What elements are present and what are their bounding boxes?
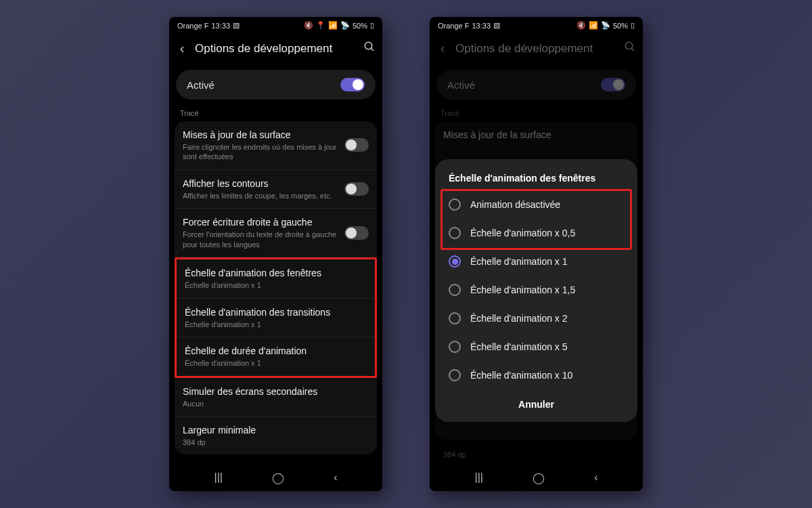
wifi-icon: 📶 <box>589 21 598 30</box>
radio-icon <box>449 369 461 381</box>
section-header: Tracé <box>430 109 643 121</box>
row-label: Échelle d'animation des transitions <box>185 306 367 318</box>
svg-point-0 <box>365 42 372 49</box>
row-surface-updates[interactable]: Mises à jour de la surface Faire clignot… <box>175 121 377 170</box>
radio-label: Échelle d'animation x 2 <box>470 313 568 324</box>
radio-icon <box>449 284 461 296</box>
row-smallest-width[interactable]: Largeur minimale 384 dp <box>175 417 377 454</box>
mute-icon: 🔇 <box>304 21 313 30</box>
settings-card: Mises à jour de la surface Faire clignot… <box>175 121 377 454</box>
radio-option-3[interactable]: Échelle d'animation x 1,5 <box>441 276 632 304</box>
signal-icon: 📡 <box>340 21 350 30</box>
row-label: Mises à jour de la surface <box>183 129 339 141</box>
row-sub: Forcer l'orientation du texte de droite … <box>183 230 339 249</box>
row-window-anim-scale[interactable]: Échelle d'animation des fenêtres Échelle… <box>177 259 375 298</box>
row-label: Forcer écriture droite à gauche <box>183 216 339 228</box>
nav-home-icon[interactable]: ◯ <box>533 471 545 484</box>
row-sub: Aucun <box>183 399 369 408</box>
master-toggle <box>601 78 625 91</box>
radio-label: Animation désactivée <box>470 199 560 210</box>
battery-icon: ▯ <box>370 21 374 30</box>
radio-label: Échelle d'animation x 5 <box>470 341 568 352</box>
status-icons: 🔇 📶 📡 50% ▯ <box>577 21 635 30</box>
toggle-rtl[interactable] <box>344 226 369 240</box>
master-toggle-row: Activé <box>436 70 636 100</box>
carrier-label: Orange F <box>438 22 469 30</box>
row-sub: Échelle d'animation x 1 <box>185 320 367 329</box>
nav-back-icon[interactable]: ‹ <box>594 471 597 484</box>
master-toggle-label: Activé <box>187 79 215 91</box>
status-time: 13:33 <box>211 22 230 30</box>
row-simulate-displays[interactable]: Simuler des écrans secondaires Aucun <box>175 378 377 417</box>
mute-icon: 🔇 <box>577 21 586 30</box>
master-toggle-row[interactable]: Activé <box>176 70 376 100</box>
row-label: Mises à jour de la surface <box>443 129 629 141</box>
radio-option-4[interactable]: Échelle d'animation x 2 <box>441 304 632 333</box>
radio-option-5[interactable]: Échelle d'animation x 5 <box>441 333 632 361</box>
row-transition-anim-scale[interactable]: Échelle d'animation des transitions Éche… <box>177 299 375 337</box>
image-icon: ▧ <box>233 21 240 30</box>
phone-screenshot-1: Orange F 13:33 ▧ 🔇 📍 📶 📡 50% ▯ ‹ Options… <box>169 17 382 491</box>
svg-line-3 <box>631 48 634 51</box>
radio-icon <box>449 312 461 324</box>
status-bar: Orange F 13:33 ▧ 🔇 📶 📡 50% ▯ <box>430 17 643 31</box>
nav-back-icon[interactable]: ‹ <box>334 471 337 484</box>
animation-scale-dialog: Échelle d'animation des fenêtres Animati… <box>435 159 637 422</box>
row-label: Échelle de durée d'animation <box>185 345 367 357</box>
row-animator-duration-scale[interactable]: Échelle de durée d'animation Échelle d'a… <box>177 337 375 375</box>
search-icon[interactable] <box>363 41 376 56</box>
row-sub: Afficher les limites de coupe, les marge… <box>183 191 339 200</box>
svg-line-1 <box>371 48 374 51</box>
back-icon: ‹ <box>436 41 449 56</box>
toggle-bounds[interactable] <box>344 182 369 196</box>
row-label: Afficher les contours <box>183 177 339 190</box>
row-sub: Échelle d'animation x 1 <box>185 280 367 290</box>
battery-label: 50% <box>353 22 367 30</box>
section-header: Tracé <box>169 109 382 121</box>
toggle-surface[interactable] <box>344 138 369 152</box>
back-icon[interactable]: ‹ <box>176 41 188 56</box>
row-sub: Faire clignoter les endroits où des mise… <box>183 142 339 162</box>
row-sub: Échelle d'animation x 1 <box>185 358 367 368</box>
nav-recents-icon[interactable]: ||| <box>215 471 223 484</box>
radio-icon <box>449 255 461 268</box>
radio-label: Échelle d'animation x 0,5 <box>470 228 575 238</box>
location-icon: 📍 <box>316 21 325 30</box>
page-title: Options de développement <box>195 42 357 56</box>
nav-recents-icon[interactable]: ||| <box>475 471 483 484</box>
row-label: Échelle d'animation des fenêtres <box>185 267 367 279</box>
nav-bar: ||| ◯ ‹ <box>169 464 382 491</box>
page-title: Options de développement <box>455 42 617 56</box>
radio-option-1[interactable]: Échelle d'animation x 0,5 <box>441 219 632 247</box>
svg-point-2 <box>625 42 633 49</box>
radio-option-0[interactable]: Animation désactivée <box>441 190 632 219</box>
status-time: 13:33 <box>472 22 491 30</box>
nav-home-icon[interactable]: ◯ <box>272 471 284 484</box>
radio-icon <box>449 227 461 239</box>
phone-screenshot-2: Orange F 13:33 ▧ 🔇 📶 📡 50% ▯ ‹ Options d… <box>430 17 643 491</box>
row-force-rtl[interactable]: Forcer écriture droite à gauche Forcer l… <box>175 209 377 257</box>
radio-option-2[interactable]: Échelle d'animation x 1 <box>441 247 632 276</box>
dialog-cancel-button[interactable]: Annuler <box>441 389 632 417</box>
radio-label: Échelle d'animation x 1 <box>470 256 568 267</box>
signal-icon: 📡 <box>601 21 610 30</box>
master-toggle-label: Activé <box>447 79 475 91</box>
highlight-box: Échelle d'animation des fenêtres Échelle… <box>175 257 377 377</box>
master-toggle[interactable] <box>340 78 365 91</box>
dialog-options: Animation désactivée Échelle d'animation… <box>441 190 632 389</box>
carrier-label: Orange F <box>177 22 208 30</box>
row-sub: 384 dp <box>183 438 369 447</box>
image-icon: ▧ <box>493 21 500 30</box>
wifi-icon: 📶 <box>328 21 338 30</box>
status-icons: 🔇 📍 📶 📡 50% ▯ <box>304 21 374 30</box>
dialog-title: Échelle d'animation des fenêtres <box>441 170 632 190</box>
search-icon <box>624 41 636 56</box>
radio-label: Échelle d'animation x 1,5 <box>470 284 575 295</box>
battery-icon: ▯ <box>631 21 635 30</box>
header: ‹ Options de développement <box>430 31 643 66</box>
radio-icon <box>449 341 461 353</box>
row-show-bounds[interactable]: Afficher les contours Afficher les limit… <box>175 170 377 209</box>
battery-label: 50% <box>613 22 628 30</box>
row-label: Largeur minimale <box>183 424 369 436</box>
radio-option-6[interactable]: Échelle d'animation x 10 <box>441 361 632 389</box>
